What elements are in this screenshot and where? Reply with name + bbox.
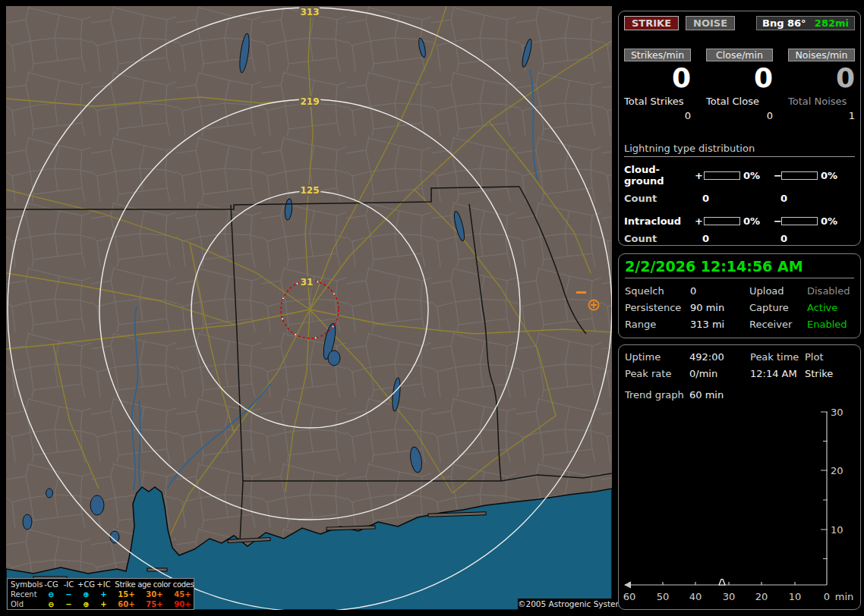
close-counter: Close/min 0 Total Close 0 [706,49,773,121]
strikes-per-min-button[interactable]: Strikes/min [624,49,691,61]
x-tick-10: 10 [789,591,802,602]
plot-label: Plot [805,351,854,363]
ic-positive-bar [704,217,740,225]
trend-event-spike [719,580,725,586]
minus-sign: − [774,215,781,227]
upload-status: Disabled [807,285,854,297]
upload-label: Upload [749,285,807,297]
plot-value: Strike [805,368,854,379]
range-value: 313 mi [690,319,749,330]
trend-section: Uptime 492:00 Peak time Plot Peak rate 0… [618,344,861,610]
ic-positive-pct: 0% [743,215,774,227]
x-axis-unit: min [835,591,854,602]
legend-symbols-header: Symbols [9,580,43,589]
total-strikes-value: 0 [624,110,691,121]
receiver-status: Enabled [807,319,854,330]
lightning-distribution: Lightning type distribution Cloud-ground… [624,143,855,244]
bearing-range-value: 282mi [815,17,849,29]
x-tick-60: 60 [623,591,636,602]
cg-negative-count: 0 [780,193,855,204]
receiver-label: Receiver [749,319,807,330]
y-tick-30: 30 [831,407,844,418]
legend-old-label: Old [9,599,43,609]
trend-graph-label: Trend graph [625,389,689,401]
cloud-ground-label: Cloud-ground [624,164,695,187]
old-pos-ic-icon: + [95,599,112,609]
close-per-min-button[interactable]: Close/min [706,49,773,61]
ic-count-label: Count [624,233,702,244]
app-window: 313 219 125 31 Symbols -CG -IC +CG +IC S… [0,0,864,616]
axis-arrow-icon [624,582,631,589]
x-tick-30: 30 [723,591,736,602]
legend-col-pos-cg: +CG [77,580,95,589]
noise-mode-button[interactable]: NOISE [686,16,735,30]
trend-chart: 30 20 10 60 50 40 30 20 10 0 min [619,407,861,608]
strikes-rate-value: 0 [624,66,691,90]
uptime-label: Uptime [625,351,689,363]
strike-legend: Symbols -CG -IC +CG +IC Strike age color… [7,578,194,610]
noises-counter: Noises/min 0 Total Noises 1 [788,49,855,121]
ic-strike-symbol [576,291,586,294]
persistence-label: Persistence [625,302,690,313]
ring-label-31: 31 [301,277,314,288]
status-panel: STRIKE NOISE Bng 86° 282mi Strikes/min 0… [618,6,861,610]
strike-mode-button[interactable]: STRIKE [624,16,679,30]
ring-label-219: 219 [300,96,319,107]
age-30-label: 30+ [140,589,169,599]
radar-map[interactable]: 313 219 125 31 [6,6,612,610]
peak-rate-label: Peak rate [625,368,689,379]
total-close-value: 0 [706,110,773,121]
bearing-label: Bng 86° [762,17,806,29]
squelch-value: 0 [690,285,749,297]
ic-positive-count: 0 [702,233,780,244]
age-15-label: 15+ [112,589,140,599]
ic-negative-bar [781,217,818,225]
trend-graph-value: 60 min [689,389,854,401]
recent-pos-ic-icon: + [95,589,112,599]
old-neg-ic-icon: − [60,599,77,609]
peak-time-value: 12:14 AM [750,368,805,379]
intracloud-label: Intracloud [624,215,695,227]
noises-per-min-button[interactable]: Noises/min [788,49,855,61]
minus-sign: − [774,170,781,181]
total-noises-label: Total Noises [788,96,855,107]
range-label: Range [625,319,690,330]
x-tick-50: 50 [657,591,670,602]
cg-count-label: Count [624,193,702,204]
noises-rate-value: 0 [788,66,855,90]
age-60-label: 60+ [112,599,140,609]
old-pos-cg-icon: ⊕ [77,599,95,609]
peak-time-label: Peak time [750,351,805,363]
legend-col-pos-ic: +IC [95,580,112,589]
ic-negative-count: 0 [780,233,855,244]
uptime-value: 492:00 [689,351,750,363]
y-tick-20: 20 [831,465,844,476]
ring-label-313: 313 [300,7,319,17]
total-close-label: Total Close [706,96,773,107]
bearing-display: Bng 86° 282mi [756,16,855,30]
legend-col-neg-ic: -IC [60,580,77,589]
copyright-notice: ©2005 Astrogenic Systems [518,599,612,610]
legend-recent-label: Recent [9,589,43,599]
squelch-label: Squelch [625,285,690,297]
capture-status: Active [807,302,854,313]
radar-map-area[interactable]: 313 219 125 31 Symbols -CG -IC +CG +IC S… [6,6,612,610]
plus-sign: + [695,170,704,181]
plus-sign: + [695,215,704,227]
recent-neg-ic-icon: − [60,589,77,599]
cg-negative-pct: 0% [821,170,855,181]
datetime-display: 2/2/2026 12:14:56 AM [625,258,854,278]
trend-axes [625,412,828,585]
old-neg-cg-icon: ⊖ [43,599,60,609]
cg-positive-bar [704,171,740,180]
age-75-label: 75+ [140,599,169,609]
cg-positive-count: 0 [702,193,780,204]
x-tick-20: 20 [755,591,768,602]
x-tick-40: 40 [689,591,702,602]
total-noises-value: 1 [788,110,855,121]
recent-pos-cg-icon: ⊕ [77,589,95,599]
ic-negative-pct: 0% [821,215,855,227]
legend-col-neg-cg: -CG [43,580,60,589]
ring-label-125: 125 [300,185,319,196]
age-90-label: 90+ [169,599,197,609]
